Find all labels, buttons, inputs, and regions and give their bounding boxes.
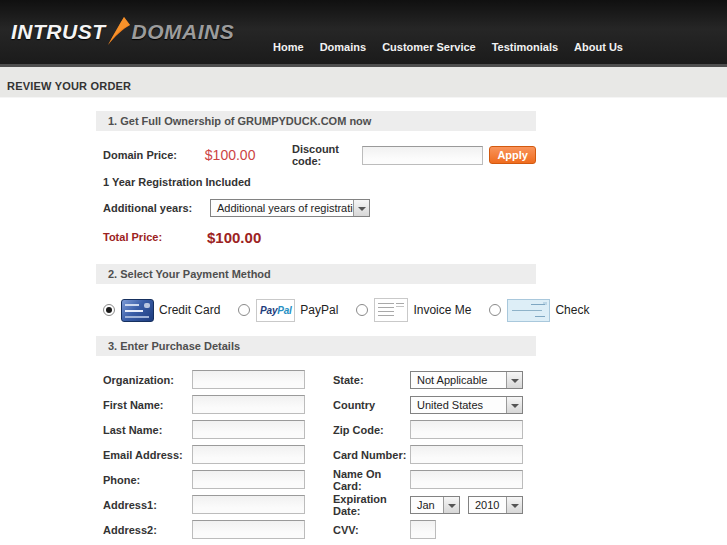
form-row-address2-cvv: Address2: CVV: [96, 520, 536, 539]
payment-methods-row: Credit Card PayPal PayPal Invoice Me Che… [96, 296, 536, 324]
first-name-label: First Name: [103, 399, 192, 411]
page-title: REVIEW YOUR ORDER [0, 67, 727, 92]
order-content: 1. Get Full Ownership of GRUMPYDUCK.COM … [96, 111, 536, 545]
invoice-icon [374, 298, 408, 322]
invoice-radio[interactable] [356, 304, 368, 316]
site-header: INTRUST DOMAINS Home Domains Customer Se… [0, 0, 727, 67]
expiration-year-value: 2010 [469, 499, 506, 511]
payment-method-check: Check [489, 299, 589, 322]
paypal-logo-pay: Pay [260, 305, 277, 316]
address1-field[interactable] [192, 495, 305, 514]
form-row-address1-expiration: Address1: Expiration Date: Jan 2010 [96, 495, 536, 514]
review-order-band: REVIEW YOUR ORDER [0, 67, 727, 98]
nav-item-testimonials[interactable]: Testimonials [492, 41, 558, 53]
paypal-icon: PayPal [256, 299, 295, 322]
card-number-label: Card Number: [333, 449, 410, 461]
state-label: State: [333, 374, 410, 386]
last-name-field[interactable] [192, 420, 305, 439]
expiration-year-select[interactable]: 2010 [468, 496, 523, 514]
last-name-label: Last Name: [103, 424, 192, 436]
additional-years-select[interactable]: Additional years of registration [210, 199, 370, 217]
section-2-header: 2. Select Your Payment Method [96, 264, 536, 284]
address1-label: Address1: [103, 499, 192, 511]
country-select[interactable]: United States [410, 396, 523, 414]
state-select-value: Not Applicable [411, 374, 506, 386]
site-logo[interactable]: INTRUST DOMAINS [11, 16, 234, 44]
first-name-field[interactable] [192, 395, 305, 414]
discount-code-input[interactable] [362, 146, 483, 165]
credit-card-icon [121, 299, 154, 322]
phone-label: Phone: [103, 474, 192, 486]
domain-price-row: Domain Price: $100.00 Discount code: App… [96, 145, 536, 165]
logo-text-intrust: INTRUST [11, 20, 106, 44]
name-on-card-field[interactable] [410, 470, 523, 489]
cvv-field[interactable] [410, 520, 436, 539]
purchase-details-form: Organization: State: Not Applicable Firs… [96, 370, 536, 545]
domain-price-label: Domain Price: [103, 149, 205, 161]
paypal-radio[interactable] [238, 304, 250, 316]
card-number-field[interactable] [410, 445, 523, 464]
expiration-month-value: Jan [411, 499, 443, 511]
form-row-organization-state: Organization: State: Not Applicable [96, 370, 536, 389]
form-row-email-cardnumber: Email Address: Card Number: [96, 445, 536, 464]
logo-arrow-icon [107, 16, 131, 46]
credit-card-label: Credit Card [159, 303, 220, 317]
invoice-label: Invoice Me [413, 303, 471, 317]
credit-card-radio[interactable] [103, 304, 115, 316]
form-row-phone-nameoncard: Phone: Name On Card: [96, 470, 536, 489]
payment-method-invoice: Invoice Me [356, 298, 471, 322]
organization-field[interactable] [192, 370, 305, 389]
paypal-logo-pal: Pal [277, 305, 291, 316]
discount-code-label: Discount code: [292, 143, 362, 167]
registration-note: 1 Year Registration Included [96, 176, 536, 188]
additional-years-select-value: Additional years of registration [211, 202, 353, 214]
main-nav: Home Domains Customer Service Testimonia… [273, 41, 623, 53]
zip-code-field[interactable] [410, 420, 523, 439]
total-price-label: Total Price: [103, 231, 207, 243]
nav-item-customer-service[interactable]: Customer Service [382, 41, 476, 53]
chevron-down-icon [443, 497, 459, 513]
chevron-down-icon [506, 497, 522, 513]
total-price-row: Total Price: $100.00 [96, 227, 536, 247]
check-label: Check [555, 303, 589, 317]
form-row-firstname-country: First Name: Country United States [96, 395, 536, 414]
payment-method-credit-card: Credit Card [103, 299, 220, 322]
email-label: Email Address: [103, 449, 192, 461]
nav-item-domains[interactable]: Domains [320, 41, 366, 53]
chevron-down-icon [506, 397, 522, 413]
address2-label: Address2: [103, 524, 192, 536]
expiration-date-group: Jan 2010 [410, 496, 523, 514]
address2-field[interactable] [192, 520, 305, 539]
check-icon [507, 299, 550, 322]
apply-button[interactable]: Apply [489, 146, 536, 164]
organization-label: Organization: [103, 374, 192, 386]
zip-code-label: Zip Code: [333, 424, 410, 436]
nav-item-about-us[interactable]: About Us [574, 41, 623, 53]
state-select[interactable]: Not Applicable [410, 371, 523, 389]
nav-item-home[interactable]: Home [273, 41, 304, 53]
phone-field[interactable] [192, 470, 305, 489]
country-select-value: United States [411, 399, 506, 411]
chevron-down-icon [506, 372, 522, 388]
logo-text-domains: DOMAINS [132, 20, 235, 44]
additional-years-label: Additional years: [103, 202, 210, 214]
expiration-date-label: Expiration Date: [333, 493, 410, 517]
domain-price-value: $100.00 [205, 147, 292, 163]
payment-method-paypal: PayPal PayPal [238, 299, 338, 322]
check-radio[interactable] [489, 304, 501, 316]
additional-years-row: Additional years: Additional years of re… [96, 199, 536, 217]
paypal-label: PayPal [300, 303, 338, 317]
section-3-header: 3. Enter Purchase Details [96, 336, 536, 356]
email-field[interactable] [192, 445, 305, 464]
chevron-down-icon [353, 200, 369, 216]
name-on-card-label: Name On Card: [333, 468, 410, 492]
section-1-header: 1. Get Full Ownership of GRUMPYDUCK.COM … [96, 111, 536, 131]
cvv-label: CVV: [333, 524, 410, 536]
expiration-month-select[interactable]: Jan [410, 496, 460, 514]
form-row-lastname-zip: Last Name: Zip Code: [96, 420, 536, 439]
country-label: Country [333, 399, 410, 411]
total-price-value: $100.00 [207, 229, 261, 246]
